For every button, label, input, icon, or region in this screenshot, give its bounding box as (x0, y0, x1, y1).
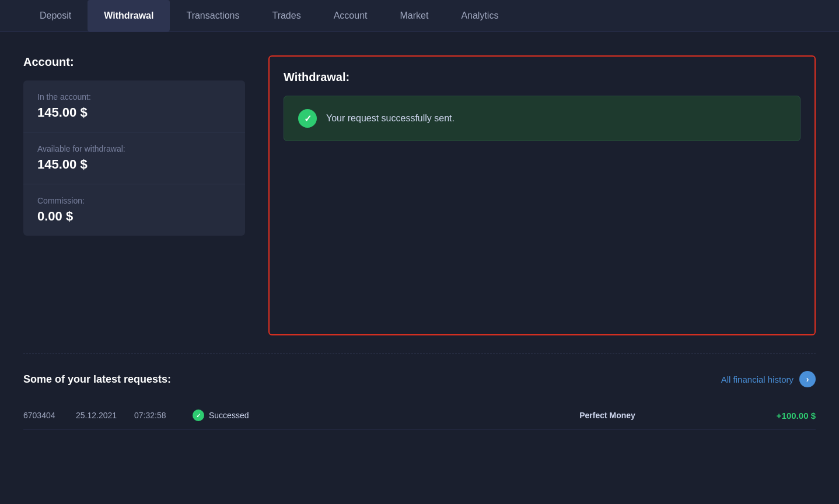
transaction-id: 6703404 (23, 411, 76, 420)
tab-deposit[interactable]: Deposit (23, 0, 88, 32)
account-withdrawal-label: Available for withdrawal: (37, 144, 231, 153)
withdrawal-panel: Withdrawal: Your request successfully se… (268, 55, 816, 335)
tab-transactions[interactable]: Transactions (170, 0, 256, 32)
tab-trades[interactable]: Trades (256, 0, 317, 32)
account-title: Account: (23, 55, 245, 69)
history-link-text: All financial history (721, 374, 793, 384)
history-arrow-icon: › (799, 371, 816, 387)
latest-requests-header: Some of your latest requests: All financ… (23, 371, 816, 387)
main-content: Account: In the account: 145.00 $ Availa… (0, 32, 839, 335)
transaction-amount: +100.00 $ (746, 411, 816, 421)
transaction-date: 25.12.2021 (76, 411, 134, 420)
tab-market[interactable]: Market (383, 0, 445, 32)
top-navigation: Deposit Withdrawal Transactions Trades A… (0, 0, 839, 32)
account-balance-label: In the account: (37, 92, 231, 102)
tab-account[interactable]: Account (317, 0, 384, 32)
status-success-icon (193, 410, 204, 421)
account-card: In the account: 145.00 $ Available for w… (23, 80, 245, 236)
account-commission-value: 0.00 $ (37, 209, 231, 224)
account-withdrawal-value: 145.00 $ (37, 157, 231, 172)
transaction-status: Successed (193, 410, 469, 421)
all-financial-history-link[interactable]: All financial history › (721, 371, 816, 387)
account-withdrawal-item: Available for withdrawal: 145.00 $ (23, 132, 245, 184)
transaction-time: 07:32:58 (134, 411, 193, 420)
withdrawal-title: Withdrawal: (284, 71, 800, 84)
table-row: 6703404 25.12.2021 07:32:58 Successed Pe… (23, 401, 816, 430)
account-balance-value: 145.00 $ (37, 105, 231, 120)
account-commission-label: Commission: (37, 196, 231, 205)
tab-analytics[interactable]: Analytics (445, 0, 515, 32)
transaction-method: Perfect Money (469, 411, 746, 420)
account-commission-item: Commission: 0.00 $ (23, 184, 245, 236)
latest-requests-title: Some of your latest requests: (23, 373, 171, 386)
account-panel: Account: In the account: 145.00 $ Availa… (23, 55, 245, 236)
status-text: Successed (209, 411, 249, 420)
section-divider (23, 353, 816, 354)
tab-withdrawal[interactable]: Withdrawal (88, 0, 170, 32)
success-check-icon (298, 109, 317, 128)
success-text: Your request successfully sent. (326, 113, 455, 124)
account-balance-item: In the account: 145.00 $ (23, 80, 245, 132)
latest-requests-section: Some of your latest requests: All financ… (0, 371, 839, 453)
success-message-box: Your request successfully sent. (284, 96, 800, 141)
